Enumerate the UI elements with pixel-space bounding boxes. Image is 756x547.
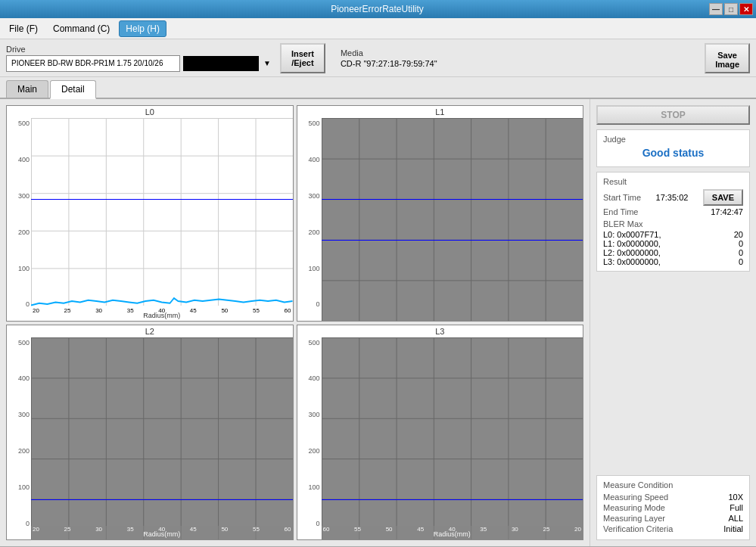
- chart-l0-plot: 20 25 30 35 40 45 50 55 60 Radius(mm): [31, 118, 293, 321]
- media-value: CD-R "97:27:18-79:59:74": [341, 59, 437, 68]
- bler-l2-value: 0: [739, 248, 743, 257]
- drive-display: PIONEER BD-RW BDR-PR1M 1.75 20/10/26: [6, 55, 180, 72]
- chart-l0-data-svg: [31, 118, 293, 321]
- bler-l3-key: L3: 0x0000000,: [603, 257, 661, 266]
- drive-extra: [183, 56, 259, 71]
- chart-l3-xlabel: Radius(mm): [434, 530, 471, 538]
- charts-bottom-row: L2 500 400 300 200 100 0 20: [6, 325, 583, 541]
- measure-mode-label: Measuring Mode: [603, 503, 665, 512]
- result-start-time-row: Start Time 17:35:02 SAVE: [603, 189, 743, 206]
- measure-speed-row: Measuring Speed 10X: [603, 493, 743, 502]
- menu-file[interactable]: File (F): [3, 21, 44, 36]
- bler-l1-row: L1: 0x0000000, 0: [603, 239, 743, 248]
- titlebar: PioneerErrorRateUtility — □ ✕: [0, 0, 756, 18]
- chart-l0: L0 500 400 300 200 100 0: [6, 105, 294, 322]
- judge-value: Good status: [603, 144, 743, 162]
- right-panel: STOP Judge Good status Result Start Time…: [590, 99, 756, 546]
- measure-criteria-label: Verification Criteria: [603, 524, 673, 533]
- chart-l0-xlabel: Radius(mm): [143, 312, 180, 319]
- chart-l1: L1 500 400 300 200 100 0: [297, 105, 584, 322]
- chart-l1-blue-line-2: [322, 240, 583, 241]
- drive-row: PIONEER BD-RW BDR-PR1M 1.75 20/10/26 ▼: [6, 55, 271, 72]
- restore-button[interactable]: □: [724, 3, 738, 15]
- measure-layer-value: ALL: [728, 514, 743, 523]
- chart-l0-yaxis: 500 400 300 200 100 0: [7, 118, 31, 321]
- chart-l3-title: L3: [297, 325, 583, 337]
- bler-l0-value: 20: [734, 230, 743, 239]
- judge-section: Judge Good status: [596, 129, 750, 167]
- bler-l0-key: L0: 0x0007F71,: [603, 230, 661, 239]
- measure-condition-title: Measure Condition: [603, 480, 743, 490]
- menu-command[interactable]: Command (C): [47, 21, 116, 36]
- bler-l3-row: L3: 0x0000000, 0: [603, 257, 743, 266]
- drive-label: Drive: [6, 45, 271, 54]
- save-result-button[interactable]: SAVE: [703, 189, 743, 206]
- chart-l0-inner: 500 400 300 200 100 0: [7, 118, 293, 321]
- chart-l3-yaxis: 500 400 300 200 100 0: [297, 337, 322, 540]
- chart-l2: L2 500 400 300 200 100 0 20: [6, 325, 294, 541]
- measure-criteria-row: Verification Criteria Initial: [603, 524, 743, 533]
- insert-eject-button[interactable]: Insert/Eject: [280, 43, 325, 73]
- window-title: PioneerErrorRateUtility: [45, 4, 709, 14]
- chart-l1-inner: 500 400 300 200 100 0: [297, 118, 583, 321]
- judge-label: Judge: [603, 135, 743, 144]
- result-label: Result: [603, 177, 743, 186]
- save-image-button[interactable]: SaveImage: [705, 43, 750, 73]
- measure-layer-label: Measuring Layer: [603, 514, 665, 523]
- minimize-button[interactable]: —: [709, 3, 723, 15]
- result-section: Result Start Time 17:35:02 SAVE End Time…: [596, 172, 750, 272]
- tabs: Main Detail: [0, 77, 756, 99]
- result-start-time-label: Start Time: [603, 193, 641, 202]
- chart-l2-plot: 20 25 30 35 40 45 50 55 60 Radius(mm): [31, 337, 293, 540]
- bler-l0-row: L0: 0x0007F71, 20: [603, 230, 743, 239]
- bler-l2-row: L2: 0x0000000, 0: [603, 248, 743, 257]
- bler-l1-key: L1: 0x0000000,: [603, 239, 661, 248]
- measure-criteria-value: Initial: [723, 524, 743, 533]
- chart-l2-title: L2: [7, 325, 293, 337]
- panel-spacer: [596, 276, 750, 471]
- chart-l3-plot: 60 55 50 45 40 35 30 25 20 Radius(mm): [322, 337, 583, 540]
- chart-l2-blue-line: [31, 499, 293, 500]
- bler-max-section: BLER Max L0: 0x0007F71, 20 L1: 0x0000000…: [603, 219, 743, 266]
- menu-help[interactable]: Help (H): [119, 20, 166, 37]
- drive-bar: Drive PIONEER BD-RW BDR-PR1M 1.75 20/10/…: [0, 39, 756, 77]
- media-section: Media CD-R "97:27:18-79:59:74": [341, 48, 437, 68]
- drive-section: Drive PIONEER BD-RW BDR-PR1M 1.75 20/10/…: [6, 45, 271, 72]
- bler-l3-value: 0: [739, 257, 743, 266]
- bler-l1-value: 0: [739, 239, 743, 248]
- chart-l3-blue-line: [322, 499, 583, 500]
- drive-value: PIONEER BD-RW BDR-PR1M 1.75 20/10/26: [11, 59, 163, 67]
- measure-speed-label: Measuring Speed: [603, 493, 668, 502]
- measure-mode-row: Measuring Mode Full: [603, 503, 743, 512]
- chart-l3: L3 500 400 300 200 100 0 60: [297, 325, 584, 541]
- chart-l1-blue-line-1: [322, 199, 583, 200]
- bler-l2-key: L2: 0x0000000,: [603, 248, 661, 257]
- menubar: File (F) Command (C) Help (H): [0, 18, 756, 39]
- measure-mode-value: Full: [730, 503, 743, 512]
- result-end-time-value: 17:42:47: [711, 207, 743, 216]
- result-end-time-label: End Time: [603, 207, 638, 216]
- window-controls[interactable]: — □ ✕: [709, 3, 756, 15]
- chart-l2-xlabel: Radius(mm): [143, 530, 180, 538]
- close-button[interactable]: ✕: [739, 3, 753, 15]
- measure-layer-row: Measuring Layer ALL: [603, 514, 743, 523]
- chart-l1-plot: [322, 118, 583, 321]
- stop-button[interactable]: STOP: [596, 105, 750, 125]
- tab-main[interactable]: Main: [6, 80, 48, 98]
- tab-detail[interactable]: Detail: [50, 80, 96, 99]
- chart-l2-inner: 500 400 300 200 100 0 20 25 30: [7, 337, 293, 540]
- bler-max-label: BLER Max: [603, 219, 743, 228]
- dropdown-arrow-icon[interactable]: ▼: [263, 59, 271, 67]
- main-content: BLER L0 500 400 300 200 100 0: [0, 99, 756, 546]
- result-start-time-value: 17:35:02: [656, 193, 689, 202]
- media-label: Media: [341, 48, 437, 57]
- charts-area: BLER L0 500 400 300 200 100 0: [0, 99, 590, 546]
- measure-condition-section: Measure Condition Measuring Speed 10X Me…: [596, 475, 750, 540]
- chart-l3-inner: 500 400 300 200 100 0 60 55 50: [297, 337, 583, 540]
- chart-l2-yaxis: 500 400 300 200 100 0: [7, 337, 31, 540]
- chart-l0-title: L0: [7, 106, 293, 118]
- measure-speed-value: 10X: [728, 493, 743, 502]
- chart-l1-title: L1: [297, 106, 583, 118]
- charts-top-row: L0 500 400 300 200 100 0: [6, 105, 583, 322]
- chart-l1-yaxis: 500 400 300 200 100 0: [297, 118, 322, 321]
